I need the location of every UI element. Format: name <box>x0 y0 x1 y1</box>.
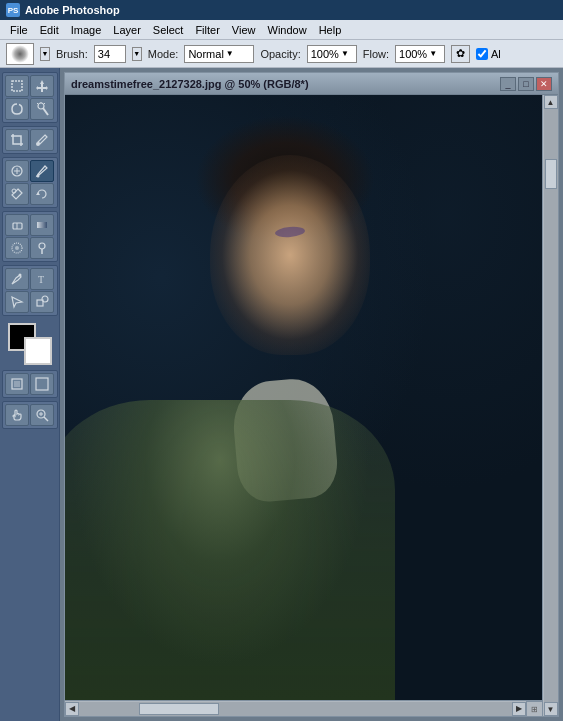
opacity-value: 100% <box>311 48 339 60</box>
screen-mode-button[interactable] <box>5 373 29 395</box>
svg-line-6 <box>37 103 38 104</box>
svg-point-19 <box>39 243 45 249</box>
mode-dropdown[interactable]: Normal ▼ <box>184 45 254 63</box>
app-title: Adobe Photoshop <box>25 4 120 16</box>
brush-circle <box>11 45 29 63</box>
menu-window[interactable]: Window <box>262 22 313 38</box>
scroll-down-button[interactable]: ▼ <box>544 702 558 716</box>
mode-label: Mode: <box>148 48 179 60</box>
photo-face <box>210 155 370 355</box>
scroll-left-button[interactable]: ◀ <box>65 702 79 716</box>
svg-rect-27 <box>14 381 20 387</box>
marquee-tool-button[interactable] <box>5 75 29 97</box>
toolbar: T <box>0 68 60 721</box>
shape-tool-button[interactable] <box>30 291 54 313</box>
blur-tool-button[interactable] <box>5 237 29 259</box>
menu-layer[interactable]: Layer <box>107 22 147 38</box>
menu-filter[interactable]: Filter <box>189 22 225 38</box>
h-scroll-track[interactable] <box>79 702 512 716</box>
eraser-tool-button[interactable] <box>5 214 29 236</box>
photo-background <box>65 95 542 700</box>
brush-tool-button[interactable] <box>30 160 54 182</box>
flow-dropdown[interactable]: 100% ▼ <box>395 45 445 63</box>
effect-tools-group <box>2 211 58 262</box>
crop-tools-group <box>2 126 58 154</box>
clone-stamp-button[interactable] <box>5 183 29 205</box>
svg-point-18 <box>15 246 19 250</box>
menu-image[interactable]: Image <box>65 22 108 38</box>
svg-text:T: T <box>38 274 44 285</box>
healing-brush-button[interactable] <box>5 160 29 182</box>
history-brush-button[interactable] <box>30 183 54 205</box>
zoom-tool-button[interactable] <box>30 404 54 426</box>
document-controls: _ □ ✕ <box>498 77 552 91</box>
menu-edit[interactable]: Edit <box>34 22 65 38</box>
brush-dropdown-arrow[interactable]: ▼ <box>40 47 50 61</box>
dodge-tool-button[interactable] <box>30 237 54 259</box>
magic-wand-tool-button[interactable] <box>30 98 54 120</box>
svg-point-7 <box>36 142 40 146</box>
v-scroll-track[interactable] <box>544 109 558 702</box>
menu-file[interactable]: File <box>4 22 34 38</box>
svg-marker-13 <box>36 192 40 195</box>
menu-select[interactable]: Select <box>147 22 190 38</box>
lasso-tool-button[interactable] <box>5 98 29 120</box>
gradient-tool-button[interactable] <box>30 214 54 236</box>
image-main: ◀ ▶ ⊞ <box>65 95 542 716</box>
document-window: dreamstimefree_2127328.jpg @ 50% (RGB/8*… <box>64 72 559 717</box>
hand-tool-button[interactable] <box>5 404 29 426</box>
h-scroll-thumb[interactable] <box>139 703 219 715</box>
menu-help[interactable]: Help <box>313 22 348 38</box>
menu-view[interactable]: View <box>226 22 262 38</box>
align-checkbox[interactable] <box>476 48 488 60</box>
brush-size-input[interactable] <box>94 45 126 63</box>
photo-clothing <box>65 400 395 700</box>
image-container: ◀ ▶ ⊞ ▲ ▼ <box>65 95 558 716</box>
eyedropper-tool-button[interactable] <box>30 129 54 151</box>
background-color[interactable] <box>24 337 52 365</box>
svg-line-5 <box>44 103 45 104</box>
opacity-dropdown-icon: ▼ <box>341 49 349 58</box>
svg-line-2 <box>43 108 48 115</box>
brush-label: Brush: <box>56 48 88 60</box>
document-title: dreamstimefree_2127328.jpg @ 50% (RGB/8*… <box>71 78 309 90</box>
airbrush-button[interactable]: ✿ <box>451 45 470 63</box>
svg-marker-1 <box>36 80 48 92</box>
screen-mode2-button[interactable] <box>30 373 54 395</box>
type-tool-button[interactable]: T <box>30 268 54 290</box>
align-label: Al <box>491 48 501 60</box>
minimize-button[interactable]: _ <box>500 77 516 91</box>
main-area: T <box>0 68 563 721</box>
svg-marker-23 <box>12 297 22 307</box>
paint-tools-group <box>2 157 58 208</box>
opacity-dropdown[interactable]: 100% ▼ <box>307 45 357 63</box>
scroll-right-button[interactable]: ▶ <box>512 702 526 716</box>
mode-dropdown-icon: ▼ <box>226 49 234 58</box>
move-tool-button[interactable] <box>30 75 54 97</box>
pen-tool-button[interactable] <box>5 268 29 290</box>
brush-preview[interactable] <box>6 43 34 65</box>
navigate-tools-group <box>2 401 58 429</box>
color-area <box>4 323 56 365</box>
scroll-up-button[interactable]: ▲ <box>544 95 558 109</box>
v-scroll-thumb[interactable] <box>545 159 557 189</box>
selection-tools-group <box>2 72 58 123</box>
menu-bar: File Edit Image Layer Select Filter View… <box>0 20 563 40</box>
scroll-corner: ⊞ <box>526 701 542 717</box>
svg-rect-16 <box>37 222 47 228</box>
brush-size-arrow[interactable]: ▼ <box>132 47 142 61</box>
svg-rect-0 <box>12 81 22 91</box>
maximize-button[interactable]: □ <box>518 77 534 91</box>
crop-tool-button[interactable] <box>5 129 29 151</box>
close-button[interactable]: ✕ <box>536 77 552 91</box>
app-icon: PS <box>6 3 20 17</box>
align-checkbox-area: Al <box>476 48 501 60</box>
photo-display[interactable] <box>65 95 542 700</box>
flow-dropdown-icon: ▼ <box>429 49 437 58</box>
svg-rect-28 <box>36 378 48 390</box>
path-selection-button[interactable] <box>5 291 29 313</box>
flow-value: 100% <box>399 48 427 60</box>
horizontal-scrollbar: ◀ ▶ ⊞ <box>65 700 542 716</box>
options-bar: ▼ Brush: ▼ Mode: Normal ▼ Opacity: 100% … <box>0 40 563 68</box>
canvas-area: dreamstimefree_2127328.jpg @ 50% (RGB/8*… <box>60 68 563 721</box>
